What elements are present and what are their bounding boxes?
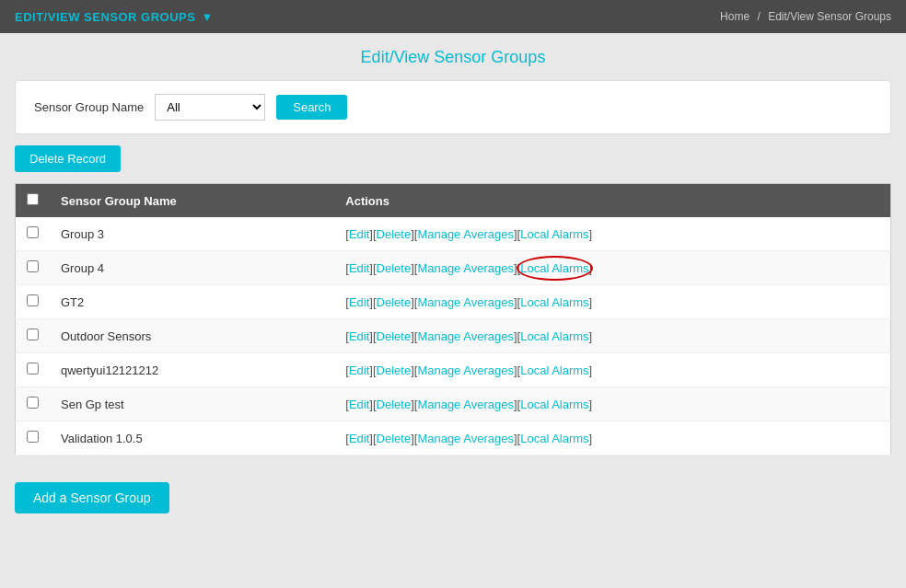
actions-cell: [Edit][Delete][Manage Averages][Local Al… <box>334 353 890 387</box>
action-links-wrapper: [Edit][Delete][Manage Averages][Local Al… <box>345 363 879 377</box>
search-button[interactable]: Search <box>276 95 347 120</box>
action-link-edit[interactable]: Edit <box>349 363 369 377</box>
bracket-close: ] <box>589 295 593 309</box>
sensor-group-name-cell: Validation 1.0.5 <box>50 421 334 455</box>
action-links-wrapper: [Edit][Delete][Manage Averages][Local Al… <box>345 329 879 343</box>
action-link-manage_averages[interactable]: Manage Averages <box>417 432 514 445</box>
row-checkbox-cell <box>16 251 51 285</box>
action-link-edit[interactable]: Edit <box>349 398 369 411</box>
action-link-edit[interactable]: Edit <box>349 295 369 309</box>
sensor-group-name-cell: Group 3 <box>50 217 334 251</box>
breadcrumb: Home / Edit/View Sensor Groups <box>720 10 891 23</box>
row-checkbox-cell <box>16 387 51 421</box>
action-link-delete[interactable]: Delete <box>377 295 412 309</box>
action-link-local_alarms[interactable]: Local Alarms <box>520 398 588 411</box>
row-checkbox[interactable] <box>27 294 39 306</box>
action-link-manage_averages[interactable]: Manage Averages <box>417 261 514 275</box>
actions-cell: [Edit][Delete][Manage Averages][Local Al… <box>334 387 890 421</box>
row-checkbox[interactable] <box>27 226 39 238</box>
nav-dropdown-arrow[interactable]: ▼ <box>201 10 213 24</box>
action-link-local_alarms[interactable]: Local Alarms <box>520 295 588 309</box>
action-links-wrapper: [Edit][Delete][Manage Averages][Local Al… <box>345 227 879 241</box>
action-link-manage_averages[interactable]: Manage Averages <box>417 363 514 377</box>
action-link-delete[interactable]: Delete <box>377 329 412 343</box>
bracket-close: ] <box>589 432 593 445</box>
table-row: Sen Gp test[Edit][Delete][Manage Average… <box>16 387 891 421</box>
sensor-group-name-cell: Outdoor Sensors <box>50 319 334 353</box>
row-checkbox[interactable] <box>27 329 39 340</box>
header-actions: Actions <box>334 184 890 218</box>
header-sensor-group-name: Sensor Group Name <box>50 184 334 218</box>
row-checkbox[interactable] <box>27 260 39 272</box>
action-link-edit[interactable]: Edit <box>349 432 369 445</box>
action-link-delete[interactable]: Delete <box>377 227 412 241</box>
action-link-local_alarms[interactable]: Local Alarms <box>520 329 588 343</box>
table-header-row: Sensor Group Name Actions <box>16 184 891 218</box>
action-links-wrapper: [Edit][Delete][Manage Averages][Local Al… <box>345 432 879 445</box>
page-title: Edit/View Sensor Groups <box>15 48 891 67</box>
row-checkbox-cell <box>16 285 51 319</box>
action-link-edit[interactable]: Edit <box>349 329 369 343</box>
table-row: qwertyui12121212[Edit][Delete][Manage Av… <box>16 353 891 387</box>
row-checkbox-cell <box>16 421 51 455</box>
add-sensor-group-button[interactable]: Add a Sensor Group <box>15 482 169 513</box>
actions-cell: [Edit][Delete][Manage Averages][Local Al… <box>334 285 890 319</box>
main-content: Edit/View Sensor Groups Sensor Group Nam… <box>0 33 906 588</box>
action-link-edit[interactable]: Edit <box>349 261 369 275</box>
table-row: Group 4[Edit][Delete][Manage Averages][L… <box>16 251 891 285</box>
actions-cell: [Edit][Delete][Manage Averages][Local Al… <box>334 217 890 251</box>
search-panel: Sensor Group Name All Search <box>15 80 891 134</box>
action-links-wrapper: [Edit][Delete][Manage Averages][Local Al… <box>345 398 879 411</box>
action-link-delete[interactable]: Delete <box>377 398 412 411</box>
action-link-delete[interactable]: Delete <box>377 432 412 445</box>
breadcrumb-home[interactable]: Home <box>720 10 749 23</box>
actions-cell: [Edit][Delete][Manage Averages][Local Al… <box>334 421 890 455</box>
nav-title: EDIT/VIEW SENSOR GROUPS <box>15 10 195 24</box>
actions-cell: [Edit][Delete][Manage Averages][Local Al… <box>334 251 890 285</box>
header-checkbox-col <box>16 184 51 218</box>
bracket-close: ] <box>589 329 593 343</box>
action-links-wrapper: [Edit][Delete][Manage Averages][Local Al… <box>345 295 879 309</box>
sensor-group-name-cell: qwertyui12121212 <box>50 353 334 387</box>
delete-record-button[interactable]: Delete Record <box>15 145 121 172</box>
action-link-manage_averages[interactable]: Manage Averages <box>417 329 514 343</box>
action-link-delete[interactable]: Delete <box>377 363 412 377</box>
actions-cell: [Edit][Delete][Manage Averages][Local Al… <box>334 319 890 353</box>
row-checkbox-cell <box>16 353 51 387</box>
row-checkbox-cell <box>16 217 51 251</box>
action-link-manage_averages[interactable]: Manage Averages <box>417 398 514 411</box>
bracket-close: ] <box>589 261 593 275</box>
table-row: Validation 1.0.5[Edit][Delete][Manage Av… <box>16 421 891 455</box>
action-link-local_alarms[interactable]: Local Alarms <box>520 363 588 377</box>
circled-action: Local Alarms <box>520 261 588 275</box>
action-link-local_alarms[interactable]: Local Alarms <box>520 227 588 241</box>
table-row: Outdoor Sensors[Edit][Delete][Manage Ave… <box>16 319 891 353</box>
nav-title-area[interactable]: EDIT/VIEW SENSOR GROUPS ▼ <box>15 10 214 24</box>
action-link-local_alarms[interactable]: Local Alarms <box>520 261 588 275</box>
row-checkbox[interactable] <box>27 431 39 443</box>
sensor-group-name-cell: Sen Gp test <box>50 387 334 421</box>
row-checkbox-cell <box>16 319 51 353</box>
bracket-close: ] <box>589 398 593 411</box>
select-all-checkbox[interactable] <box>27 193 39 205</box>
action-links-wrapper: [Edit][Delete][Manage Averages][Local Al… <box>345 261 879 275</box>
sensor-group-select[interactable]: All <box>155 94 265 121</box>
row-checkbox[interactable] <box>27 397 39 409</box>
action-link-delete[interactable]: Delete <box>377 261 412 275</box>
sensor-group-name-cell: GT2 <box>50 285 334 319</box>
action-link-edit[interactable]: Edit <box>349 227 369 241</box>
sensor-groups-table: Sensor Group Name Actions Group 3[Edit][… <box>15 183 891 455</box>
table-row: Group 3[Edit][Delete][Manage Averages][L… <box>16 217 891 251</box>
bracket-close: ] <box>589 363 593 377</box>
action-link-local_alarms[interactable]: Local Alarms <box>520 432 588 445</box>
sensor-group-name-cell: Group 4 <box>50 251 334 285</box>
top-nav-bar: EDIT/VIEW SENSOR GROUPS ▼ Home / Edit/Vi… <box>0 0 906 33</box>
breadcrumb-separator: / <box>757 10 763 23</box>
bracket-close: ] <box>589 227 593 241</box>
breadcrumb-current: Edit/View Sensor Groups <box>768 10 891 23</box>
table-row: GT2[Edit][Delete][Manage Averages][Local… <box>16 285 891 319</box>
action-link-manage_averages[interactable]: Manage Averages <box>417 295 514 309</box>
action-link-manage_averages[interactable]: Manage Averages <box>417 227 514 241</box>
search-label: Sensor Group Name <box>34 100 144 114</box>
row-checkbox[interactable] <box>27 363 39 375</box>
